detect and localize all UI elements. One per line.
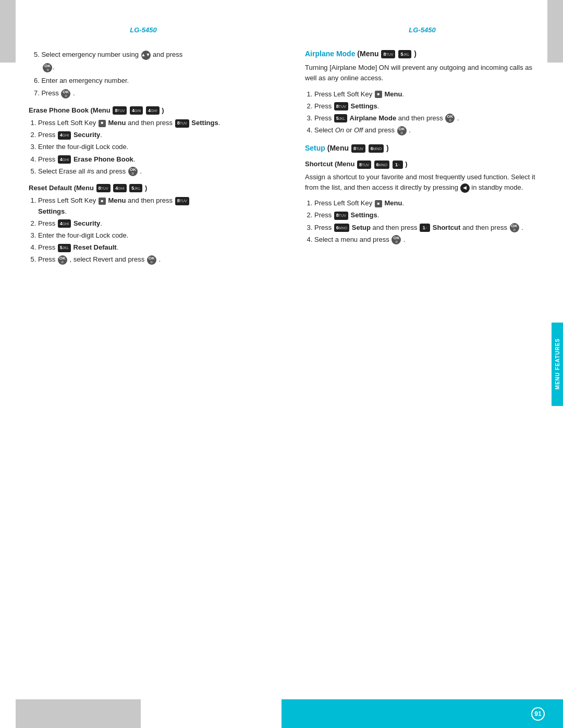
reset-default-steps: Press Left Soft Key ■ Menu and then pres…: [29, 195, 258, 265]
step-5-ok: OK ⊙ .: [42, 62, 258, 72]
menu-soft-key-icon-s1: ■: [375, 200, 382, 207]
airplane-mode-title: Airplane Mode (Menu 8TUV 5JKL ): [305, 50, 540, 58]
key-8tuv-r1: 8TUV: [175, 197, 189, 205]
key-4ghi-erase1: 4GHI: [130, 106, 143, 115]
erase-phone-book-section: Erase Phone Book (Menu 8TUV 4GHI 4GHI ) …: [29, 106, 258, 177]
erase-step-3: Enter the four-digit Lock code.: [38, 142, 258, 152]
air-step-2: Press 8TUV Settings.: [314, 101, 540, 112]
reset-step-3: Enter the four-digit Lock code.: [38, 230, 258, 241]
air-step-1: Press Left Soft Key ■ Menu.: [314, 89, 540, 100]
step-7: 7. Press OK ⊙ .: [34, 88, 258, 98]
erase-phone-book-title: Erase Phone Book (Menu 8TUV 4GHI 4GHI ): [29, 106, 258, 115]
page-left: LG-5450 5. Select emergency number using…: [0, 0, 282, 728]
reset-default-title: Reset Default (Menu 8TUV 4GHI 5JKL ): [29, 184, 258, 193]
key-8tuv-erase: 8TUV: [113, 106, 127, 115]
ok-button-icon-r5: OK ⊙: [58, 255, 67, 265]
ok-button-icon-r5b: OK ⊙: [147, 255, 156, 265]
key-8tuv-air: 8TUV: [381, 50, 395, 58]
key-5jkl-reset: 5JKL: [129, 184, 142, 192]
top-steps: 5. Select emergency number using ▲▼ and …: [34, 50, 258, 99]
short-step-3: Press 6MNO Setup and then press 1~ Short…: [314, 223, 540, 233]
key-4ghi-e2: 4GHI: [58, 131, 71, 140]
reset-default-section: Reset Default (Menu 8TUV 4GHI 5JKL ) Pre…: [29, 184, 258, 265]
ok-button-icon-s3: OK ⊙: [510, 223, 519, 232]
shortcut-intro: Assign a shortcut to your favorite and m…: [305, 172, 540, 193]
left-page-header: LG-5450: [29, 26, 258, 34]
air-step-4: Select On or Off and press OK ⊙ .: [314, 125, 540, 135]
right-model-label: LG-5450: [409, 26, 435, 34]
gray-tab-left: [0, 0, 16, 63]
shortcut-section: Shortcut (Menu 8TUV 6MNO 1~ ) Assign a s…: [305, 160, 540, 244]
page-right: LG-5450 Airplane Mode (Menu 8TUV 5JKL ) …: [282, 0, 563, 728]
setup-section: Setup (Menu 8TUV 6MNO ): [305, 144, 540, 153]
short-step-2: Press 8TUV Settings.: [314, 210, 540, 220]
nav-scroll-icon: ▲▼: [141, 51, 151, 60]
airplane-mode-section: Airplane Mode (Menu 8TUV 5JKL ) Turning …: [305, 50, 540, 135]
key-6mno-s3: 6MNO: [334, 224, 349, 232]
reset-step-5: Press OK ⊙ , select Revert and press OK …: [38, 254, 258, 265]
standby-left-icon: ◀: [460, 183, 470, 193]
key-4ghi-erase2: 4GHI: [146, 106, 159, 115]
menu-features-label: Menu Features: [555, 338, 560, 389]
key-8tuv-short: 8TUV: [357, 161, 371, 169]
left-model-label: LG-5450: [130, 26, 156, 34]
erase-step-4: Press 4GHI Erase Phone Book.: [38, 154, 258, 165]
ok-button-icon-a4: OK ⊙: [397, 126, 407, 135]
menu-features-tab: Menu Features: [552, 323, 563, 406]
menu-soft-key-icon-r1: ■: [99, 198, 106, 205]
key-8tuv-e1: 8TUV: [175, 119, 189, 128]
key-8tuv-setup: 8TUV: [351, 144, 365, 153]
key-4ghi-e4: 4GHI: [58, 155, 71, 164]
menu-soft-key-icon-e1: ■: [99, 120, 106, 127]
ok-button-icon-e5: OK ⊙: [128, 167, 138, 176]
erase-step-2: Press 4GHI Security.: [38, 130, 258, 140]
step-6: 6. Enter an emergency number.: [34, 76, 258, 86]
erase-step-1: Press Left Soft Key ■ Menu and then pres…: [38, 118, 258, 128]
right-page-header: LG-5450: [305, 26, 540, 34]
page-num-91: 91: [531, 707, 545, 721]
key-8tuv-a2: 8TUV: [334, 102, 348, 110]
key-5jkl-r4: 5JKL: [58, 244, 71, 252]
key-8tuv-reset: 8TUV: [96, 184, 111, 192]
shortcut-steps: Press Left Soft Key ■ Menu. Press 8TUV S…: [305, 198, 540, 245]
menu-soft-key-icon-a1: ■: [375, 91, 382, 98]
shortcut-title: Shortcut (Menu 8TUV 6MNO 1~ ): [305, 160, 540, 169]
ok-button-icon-s4: OK ⊙: [391, 235, 401, 244]
gray-tab-right: [547, 0, 563, 63]
key-4ghi-r2: 4GHI: [58, 219, 71, 228]
erase-phone-book-steps: Press Left Soft Key ■ Menu and then pres…: [29, 118, 258, 177]
key-6mno-setup: 6MNO: [369, 144, 384, 153]
cyan-footer-right: 91: [282, 699, 563, 728]
pages-container: LG-5450 5. Select emergency number using…: [0, 0, 563, 728]
reset-step-2: Press 4GHI Security.: [38, 218, 258, 229]
erase-step-5: Select Erase all #s and press OK ⊙ .: [38, 166, 258, 177]
key-5jkl-air: 5JKL: [398, 50, 411, 58]
short-step-4: Select a menu and press OK ⊙ .: [314, 235, 540, 245]
key-1-s3: 1~: [420, 224, 430, 232]
step-5: 5. Select emergency number using ▲▼ and …: [34, 50, 258, 60]
key-1-short: 1~: [393, 161, 403, 169]
key-6mno-short: 6MNO: [374, 161, 389, 169]
key-4ghi-reset: 4GHI: [113, 184, 126, 192]
short-step-1: Press Left Soft Key ■ Menu.: [314, 198, 540, 208]
key-8tuv-s2: 8TUV: [334, 212, 348, 220]
airplane-mode-steps: Press Left Soft Key ■ Menu. Press 8TUV S…: [305, 89, 540, 136]
gray-footer-left: [16, 699, 141, 728]
ok-button-icon-a3: OK ⊙: [445, 114, 455, 123]
air-step-3: Press 5JKL Airplane Mode and then press …: [314, 113, 540, 124]
key-5jkl-a3: 5JKL: [334, 114, 347, 122]
reset-step-4: Press 5JKL Reset Default.: [38, 242, 258, 253]
ok-button-icon-5: OK ⊙: [43, 63, 52, 72]
ok-button-icon-7: OK ⊙: [61, 89, 70, 98]
reset-step-1: Press Left Soft Key ■ Menu and then pres…: [38, 195, 258, 216]
setup-title: Setup (Menu 8TUV 6MNO ): [305, 144, 540, 153]
page-number-right: 91: [531, 707, 545, 721]
airplane-mode-intro: Turning [Airplane Mode] ON will prevent …: [305, 63, 540, 83]
